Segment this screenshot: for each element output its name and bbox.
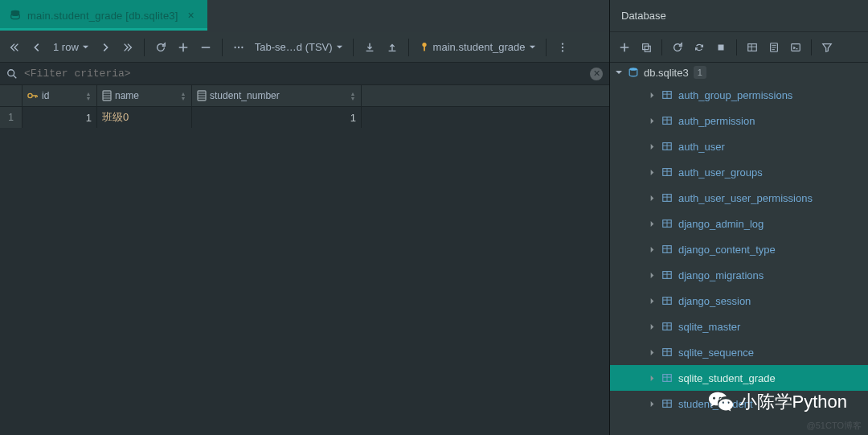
download-button[interactable] xyxy=(360,38,379,57)
table-node[interactable]: student_student xyxy=(610,391,868,417)
sort-indicator[interactable]: ▲▼ xyxy=(85,92,92,101)
table-node[interactable]: django_content_type xyxy=(610,236,868,262)
table-name: django_session xyxy=(678,295,751,307)
database-tree: db.sqlite3 1 auth_group_permissionsauth_… xyxy=(610,63,868,435)
new-datasource-button[interactable] xyxy=(615,38,634,57)
next-page-button[interactable] xyxy=(96,38,115,57)
table-node[interactable]: django_admin_log xyxy=(610,211,868,236)
chevron-right-icon xyxy=(649,169,656,176)
ddl-button[interactable] xyxy=(764,38,784,57)
sort-indicator[interactable]: ▲▼ xyxy=(350,92,356,101)
column-header-id[interactable]: id ▲▼ xyxy=(23,85,97,106)
grid-body: 1 1 班级0 1 xyxy=(0,107,609,435)
data-editor-button[interactable] xyxy=(743,38,762,57)
filter-input[interactable] xyxy=(24,68,583,80)
more-actions-button[interactable] xyxy=(553,38,572,57)
database-root-node[interactable]: db.sqlite3 1 xyxy=(610,64,868,82)
database-count-badge: 1 xyxy=(694,66,706,79)
table-icon xyxy=(661,295,673,306)
chevron-right-icon xyxy=(649,195,656,202)
svg-point-8 xyxy=(561,50,563,51)
add-row-button[interactable] xyxy=(174,38,193,57)
chevron-down-icon xyxy=(82,43,89,51)
table-node[interactable]: django_session xyxy=(610,288,868,314)
table-name: django_admin_log xyxy=(678,218,764,230)
chevron-right-icon xyxy=(649,143,656,150)
svg-rect-14 xyxy=(645,46,650,51)
table-icon xyxy=(661,115,673,126)
remove-row-button[interactable] xyxy=(196,38,215,57)
table-node[interactable]: sqlite_master xyxy=(610,314,868,339)
tab-close-button[interactable]: × xyxy=(185,7,198,23)
cell-id[interactable]: 1 xyxy=(23,107,97,128)
column-icon xyxy=(102,90,112,101)
prev-page-button[interactable] xyxy=(27,38,47,57)
cell-student-number[interactable]: 1 xyxy=(192,107,362,128)
chevron-right-icon xyxy=(649,92,656,99)
reload-button[interactable] xyxy=(151,38,170,57)
upload-button[interactable] xyxy=(383,38,402,57)
chevron-right-icon xyxy=(649,117,656,125)
table-row[interactable]: 1 1 班级0 1 xyxy=(0,107,609,129)
search-icon xyxy=(6,68,18,80)
svg-point-7 xyxy=(561,46,563,47)
column-label: name xyxy=(115,90,139,101)
cell-name[interactable]: 班级0 xyxy=(97,107,192,128)
chevron-right-icon xyxy=(649,246,656,253)
chevron-right-icon xyxy=(649,400,656,408)
refresh-button[interactable] xyxy=(668,38,687,57)
first-page-button[interactable] xyxy=(5,38,24,57)
format-dropdown[interactable]: Tab-se…d (TSV) xyxy=(252,41,346,53)
table-node[interactable]: auth_permission xyxy=(610,108,868,133)
table-icon xyxy=(661,141,673,152)
stop-button[interactable] xyxy=(711,38,731,57)
table-name: auth_permission xyxy=(678,115,755,127)
tab-bar: main.student_grade [db.sqlite3] × xyxy=(0,0,609,32)
main-toolbar: 1 row Tab-se…d (TSV) main xyxy=(0,32,609,63)
chevron-down-icon xyxy=(529,43,536,51)
table-node[interactable]: auth_group_permissions xyxy=(610,82,868,108)
svg-rect-13 xyxy=(643,43,649,49)
table-node[interactable]: sqlite_student_grade xyxy=(610,365,868,391)
svg-point-1 xyxy=(234,46,235,47)
table-icon xyxy=(661,372,673,384)
svg-rect-18 xyxy=(792,43,800,51)
svg-rect-16 xyxy=(748,43,757,51)
column-header-name[interactable]: name ▲▼ xyxy=(97,85,192,106)
table-name: django_content_type xyxy=(678,244,776,256)
duplicate-button[interactable] xyxy=(637,38,656,57)
column-label: student_number xyxy=(210,90,280,101)
database-icon xyxy=(10,10,21,21)
column-header-student-number[interactable]: student_number ▲▼ xyxy=(192,85,362,106)
view-options-button[interactable] xyxy=(229,38,248,57)
database-panel-title: Database xyxy=(610,0,868,32)
clear-filter-button[interactable]: ✕ xyxy=(590,68,603,80)
sync-button[interactable] xyxy=(690,38,709,57)
row-number: 1 xyxy=(0,107,23,128)
svg-point-10 xyxy=(28,93,32,97)
table-node[interactable]: sqlite_sequence xyxy=(610,339,868,365)
editor-tab[interactable]: main.student_grade [db.sqlite3] × xyxy=(0,0,207,31)
chevron-down-icon xyxy=(615,68,623,76)
table-name: sqlite_sequence xyxy=(678,347,754,359)
table-icon xyxy=(661,347,673,358)
filter-button[interactable] xyxy=(817,38,837,57)
table-name: sqlite_student_grade xyxy=(678,372,776,384)
table-node[interactable]: django_migrations xyxy=(610,262,868,288)
table-icon xyxy=(661,269,673,281)
rows-dropdown[interactable]: 1 row xyxy=(50,41,92,53)
table-node[interactable]: auth_user xyxy=(610,133,868,159)
table-node[interactable]: auth_user_user_permissions xyxy=(610,185,868,211)
table-icon xyxy=(661,89,673,101)
table-name: auth_group_permissions xyxy=(678,89,792,101)
table-node[interactable]: auth_user_groups xyxy=(610,159,868,185)
schema-dropdown[interactable]: main.student_grade xyxy=(416,41,539,53)
last-page-button[interactable] xyxy=(118,38,137,57)
sort-indicator[interactable]: ▲▼ xyxy=(180,92,186,101)
table-name: auth_user xyxy=(678,141,725,153)
svg-rect-5 xyxy=(424,46,425,51)
table-name: auth_user_groups xyxy=(678,166,763,179)
console-button[interactable] xyxy=(786,38,805,57)
schema-icon xyxy=(419,42,430,53)
svg-point-3 xyxy=(241,46,243,47)
